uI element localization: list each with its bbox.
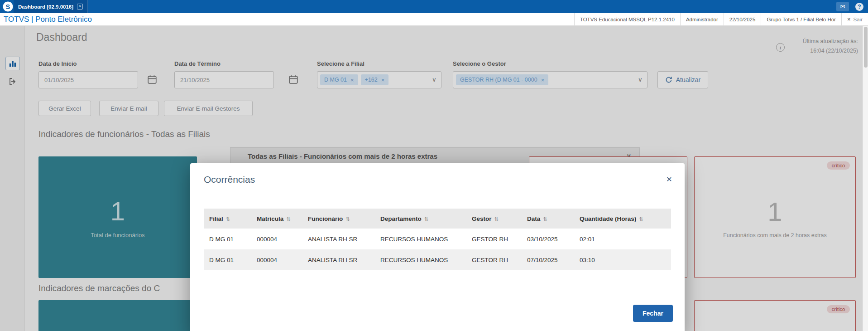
column-header-filial[interactable]: Filial⇅ xyxy=(204,209,251,229)
tab-close-icon[interactable]: × xyxy=(77,4,83,10)
table-row[interactable]: D MG 01 000004 ANALISTA RH SR RECURSOS H… xyxy=(204,229,671,249)
tab-label: Dashboard [02.9.0016] xyxy=(18,4,73,10)
fechar-button[interactable]: Fechar xyxy=(633,305,673,322)
tab-dashboard[interactable]: Dashboard [02.9.0016] × xyxy=(14,0,88,13)
sort-icon[interactable]: ⇅ xyxy=(639,216,643,222)
cell-gestor: GESTOR RH xyxy=(466,249,522,270)
cell-funcionario: ANALISTA RH SR xyxy=(302,229,375,249)
menubar-item-environment: TOTVS Educacional MSSQL P12.1.2410 xyxy=(574,13,680,25)
cell-funcionario: ANALISTA RH SR xyxy=(302,249,375,270)
sort-icon[interactable]: ⇅ xyxy=(543,216,547,222)
table-row[interactable]: D MG 01 000004 ANALISTA RH SR RECURSOS H… xyxy=(204,249,671,270)
cell-matricula: 000004 xyxy=(251,229,302,249)
close-icon: × xyxy=(847,16,851,23)
sort-icon[interactable]: ⇅ xyxy=(494,216,499,222)
cell-filial: D MG 01 xyxy=(204,249,251,270)
modal-title: Ocorrências xyxy=(204,174,255,185)
divider xyxy=(190,197,685,197)
menubar-item-date: 22/10/2025 xyxy=(724,13,761,25)
logout-label: Sair xyxy=(854,17,863,22)
totvs-logo-icon: S xyxy=(3,1,13,12)
cell-quantidade: 02:01 xyxy=(574,229,671,249)
help-button[interactable]: ? xyxy=(855,3,863,11)
sort-icon[interactable]: ⇅ xyxy=(226,216,230,222)
menubar: TOTVS | Ponto Eletrônico TOTVS Educacion… xyxy=(0,13,868,26)
sort-icon[interactable]: ⇅ xyxy=(424,216,428,222)
mail-button[interactable]: ✉ xyxy=(836,2,849,11)
svg-text:S: S xyxy=(6,3,10,10)
cell-quantidade: 03:10 xyxy=(574,249,671,270)
table-header-row: Filial⇅ Matrícula⇅ Funcionário⇅ Departam… xyxy=(204,209,671,229)
sort-icon[interactable]: ⇅ xyxy=(345,216,350,222)
menubar-status: TOTVS Educacional MSSQL P12.1.2410 Admin… xyxy=(574,13,868,25)
cell-gestor: GESTOR RH xyxy=(466,229,522,249)
sort-icon[interactable]: ⇅ xyxy=(286,216,290,222)
column-header-funcionario[interactable]: Funcionário⇅ xyxy=(302,209,375,229)
modal-close-icon[interactable]: × xyxy=(667,174,672,184)
column-header-data[interactable]: Data⇅ xyxy=(522,209,574,229)
titlebar: S Dashboard [02.9.0016] × ✉ ? xyxy=(0,0,868,13)
menubar-item-branch-group[interactable]: Grupo Totvs 1 / Filial Belo Hor xyxy=(761,13,841,25)
vertical-scrollbar[interactable] xyxy=(863,26,868,331)
mail-icon: ✉ xyxy=(840,3,845,10)
column-header-matricula[interactable]: Matrícula⇅ xyxy=(251,209,302,229)
column-header-gestor[interactable]: Gestor⇅ xyxy=(466,209,522,229)
app-window: S Dashboard [02.9.0016] × ✉ ? TOTVS | Po… xyxy=(0,0,868,331)
titlebar-actions: ✉ ? xyxy=(836,0,863,13)
menubar-item-user: Administrador xyxy=(680,13,724,25)
cell-matricula: 000004 xyxy=(251,249,302,270)
cell-departamento: RECURSOS HUMANOS xyxy=(375,249,466,270)
cell-filial: D MG 01 xyxy=(204,229,251,249)
column-header-departamento[interactable]: Departamento⇅ xyxy=(375,209,466,229)
occurrences-modal: Ocorrências × Filial⇅ Matrícula⇅ Funcion… xyxy=(190,163,685,331)
occurrences-table: Filial⇅ Matrícula⇅ Funcionário⇅ Departam… xyxy=(204,209,671,270)
logout-button[interactable]: × Sair xyxy=(841,13,868,25)
cell-data: 07/10/2025 xyxy=(522,249,574,270)
app-brand: TOTVS | Ponto Eletrônico xyxy=(4,15,92,24)
column-header-quantidade[interactable]: Quantidade (Horas)⇅ xyxy=(574,209,671,229)
cell-departamento: RECURSOS HUMANOS xyxy=(375,229,466,249)
help-icon: ? xyxy=(858,4,861,10)
cell-data: 03/10/2025 xyxy=(522,229,574,249)
scrollbar-thumb[interactable] xyxy=(864,27,868,68)
